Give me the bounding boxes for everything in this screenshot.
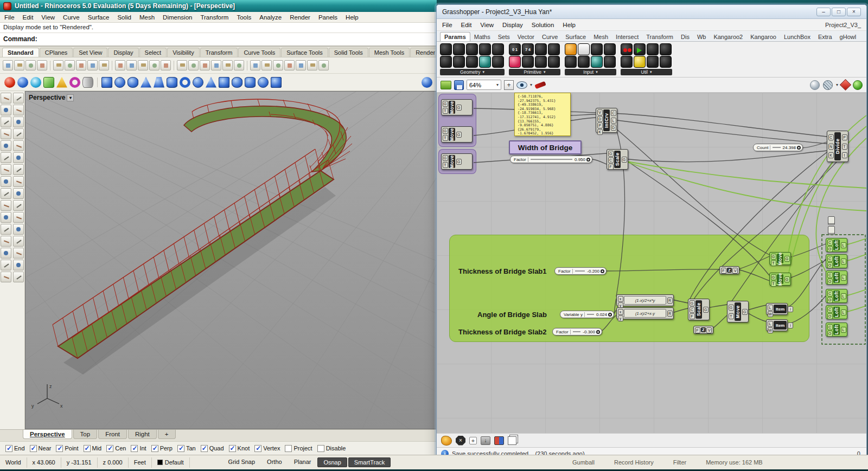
sphere-tool-icon[interactable] bbox=[422, 77, 432, 88]
menu-item[interactable]: Mesh bbox=[139, 14, 155, 21]
component-tab[interactable]: Surface bbox=[561, 33, 590, 41]
input-port[interactable]: F bbox=[721, 268, 726, 274]
toggle-icon[interactable] bbox=[565, 56, 577, 68]
ellipse-icon[interactable] bbox=[13, 140, 24, 151]
grasshopper-titlebar[interactable]: Grasshopper - Project2_V3_Hua Yan* – □ × bbox=[437, 5, 866, 19]
slab-solid-icon[interactable] bbox=[219, 77, 229, 88]
input-port[interactable]: G bbox=[443, 101, 448, 107]
explode-icon[interactable] bbox=[13, 224, 24, 235]
layers-icon[interactable] bbox=[250, 60, 260, 70]
integer-icon[interactable]: 7 4 bbox=[522, 43, 534, 55]
cone-display-icon[interactable] bbox=[56, 77, 67, 88]
open-file-icon[interactable] bbox=[14, 60, 24, 70]
status-pane-toggle[interactable]: Filter bbox=[673, 459, 686, 466]
cylinder-solid-icon[interactable] bbox=[167, 77, 177, 88]
chamfer-icon[interactable] bbox=[13, 200, 24, 211]
output-port[interactable]: t bbox=[842, 152, 847, 158]
input-port[interactable]: C bbox=[827, 307, 833, 313]
viewport-menu-arrow-icon[interactable] bbox=[67, 94, 74, 101]
input-port[interactable]: C bbox=[827, 291, 833, 296]
gem-display-icon[interactable] bbox=[840, 79, 851, 91]
viewport-tab[interactable]: Front bbox=[98, 430, 127, 439]
input-port[interactable]: O bbox=[827, 262, 833, 268]
menu-item[interactable]: Edit bbox=[461, 22, 472, 28]
component-move-selected[interactable]: GT Move G bbox=[769, 273, 791, 286]
slider-grip[interactable] bbox=[596, 330, 600, 334]
units-cell[interactable]: Feet bbox=[129, 457, 152, 468]
menu-item[interactable]: File bbox=[442, 22, 452, 28]
scribble-icon[interactable] bbox=[634, 56, 646, 68]
slider-grip[interactable] bbox=[797, 146, 801, 150]
rectangle-icon[interactable] bbox=[13, 128, 24, 139]
component-unit-z[interactable]: F Z V bbox=[719, 266, 739, 274]
select-pointer-icon[interactable] bbox=[1, 93, 11, 104]
output-port[interactable]: L bbox=[841, 259, 846, 264]
output-port[interactable]: G bbox=[456, 105, 462, 111]
ellipsoid-solid-icon[interactable] bbox=[127, 77, 138, 88]
status-pane-toggle[interactable]: Grid Snap bbox=[223, 457, 261, 467]
redo-icon[interactable] bbox=[99, 60, 109, 70]
checkbox-checked-icon[interactable] bbox=[131, 445, 138, 452]
join-icon[interactable] bbox=[1, 224, 11, 235]
palette-group-label[interactable]: Input bbox=[565, 69, 616, 75]
menu-item[interactable]: Panels bbox=[318, 14, 337, 21]
input-port[interactable]: C bbox=[827, 256, 833, 262]
input-port[interactable]: F bbox=[695, 327, 700, 333]
checkbox-checked-icon[interactable] bbox=[56, 445, 63, 452]
input-port[interactable]: D bbox=[597, 116, 603, 122]
menu-item[interactable]: Analyze bbox=[259, 14, 282, 21]
sphere-tool-icon[interactable] bbox=[1, 188, 11, 199]
input-port[interactable]: K bbox=[828, 152, 834, 158]
cplane-cell[interactable]: World bbox=[0, 457, 27, 468]
component-tab[interactable]: gHowl bbox=[836, 33, 860, 41]
properties-icon[interactable] bbox=[261, 60, 272, 70]
component-intcrv[interactable]: VDPK IntCrv CLD bbox=[596, 108, 617, 133]
component-expression[interactable]: xy (1-x)/2+x-y R bbox=[616, 307, 674, 319]
curve-icon[interactable] bbox=[492, 43, 504, 55]
component-item[interactable]: LW Item i bbox=[766, 303, 788, 315]
torus-solid-icon[interactable] bbox=[193, 77, 203, 88]
output-port[interactable]: L bbox=[841, 293, 846, 299]
input-port[interactable]: W bbox=[768, 327, 773, 333]
menu-item[interactable]: Help bbox=[563, 22, 576, 28]
menu-item[interactable]: View bbox=[41, 14, 55, 21]
output-port[interactable]: L bbox=[611, 118, 616, 124]
output-port[interactable]: i bbox=[788, 306, 793, 312]
pipe-solid-icon[interactable] bbox=[245, 77, 256, 88]
dropdown-arrow-icon[interactable] bbox=[836, 82, 838, 87]
checkbox-checked-icon[interactable] bbox=[106, 445, 113, 452]
rotate-view-icon[interactable] bbox=[161, 60, 171, 70]
component-loft-selected[interactable]: CO Loft L bbox=[826, 238, 847, 252]
checkbox-checked-icon[interactable] bbox=[229, 445, 236, 452]
rhino-window[interactable]: Untitled - Rhinoceros 5.0 Evaluation (5 … bbox=[0, 0, 437, 455]
input-port[interactable]: G bbox=[690, 300, 695, 306]
component-tab[interactable]: Params bbox=[440, 32, 470, 41]
output-port[interactable]: L bbox=[841, 242, 846, 248]
output-port[interactable]: R bbox=[667, 298, 673, 304]
undo-icon[interactable] bbox=[87, 60, 98, 70]
shaded-preview-icon[interactable] bbox=[810, 80, 820, 90]
data-recorder-icon[interactable] bbox=[647, 56, 659, 68]
input-port[interactable]: O bbox=[827, 331, 833, 337]
rhino-titlebar[interactable]: Untitled - Rhinoceros 5.0 Evaluation (5 … bbox=[0, 0, 437, 12]
matrix-icon[interactable] bbox=[548, 56, 560, 68]
domain-icon[interactable] bbox=[522, 56, 534, 68]
custom-preview-icon[interactable] bbox=[853, 80, 863, 90]
output-port[interactable]: P bbox=[842, 134, 847, 140]
value-list-icon[interactable] bbox=[591, 43, 603, 55]
data-stack-icon[interactable] bbox=[828, 226, 835, 234]
input-port[interactable]: x bbox=[618, 296, 623, 302]
osnap-toggle[interactable]: Point bbox=[56, 445, 78, 452]
viewport-tab[interactable]: Perspective bbox=[23, 430, 72, 439]
toolbar-tab[interactable]: Surface Tools bbox=[281, 48, 328, 57]
pyramid-solid-icon[interactable] bbox=[206, 77, 216, 88]
menu-item[interactable]: Curve bbox=[63, 14, 80, 21]
thickness1-label[interactable]: Thickness of Bridge Slab1 bbox=[458, 267, 547, 275]
circle-icon[interactable] bbox=[479, 43, 491, 55]
osnap-toggle[interactable]: Project bbox=[285, 445, 312, 452]
output-port[interactable]: C bbox=[611, 110, 616, 116]
path-icon[interactable] bbox=[535, 56, 547, 68]
curve-icon[interactable] bbox=[1, 128, 11, 139]
status-pane-toggle[interactable]: Osnap bbox=[317, 457, 347, 467]
minimize-button[interactable]: – bbox=[816, 8, 831, 16]
